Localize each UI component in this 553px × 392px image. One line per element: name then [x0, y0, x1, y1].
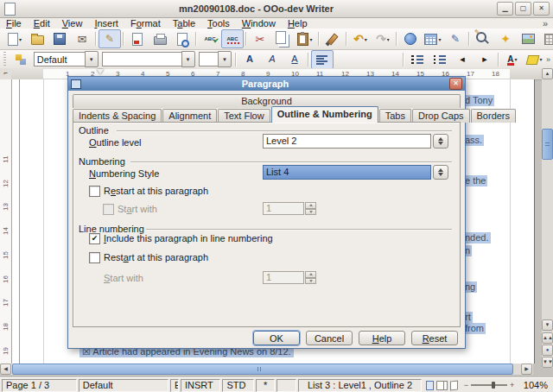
scroll-down-icon[interactable]: ▼ [542, 319, 553, 331]
chevron-down-icon[interactable]: ▾ [539, 56, 542, 62]
paste-button[interactable]: ▾ [294, 29, 316, 48]
book-view-icon[interactable] [450, 380, 458, 390]
print-button[interactable] [149, 29, 171, 48]
toolbar-grip[interactable] [2, 52, 8, 66]
font-color-button[interactable]: A▾ [501, 50, 524, 69]
page-preview-button[interactable] [171, 29, 194, 48]
cancel-button[interactable]: Cancel [306, 331, 353, 345]
menu-table[interactable]: Table [167, 18, 201, 28]
ok-button[interactable]: OK [253, 331, 300, 345]
indent-marker[interactable] [97, 69, 104, 74]
zoom-percent[interactable]: 104% [518, 380, 551, 391]
outline-level-combo[interactable]: Level 2 [263, 134, 448, 149]
hyperlink-button[interactable] [399, 29, 422, 48]
tab-borders[interactable]: Borders [471, 109, 517, 123]
menu-view[interactable]: View [56, 18, 89, 28]
copy-button[interactable] [271, 29, 294, 48]
paragraph-style-value[interactable]: Default [34, 52, 85, 66]
draw-functions-button[interactable]: ✎ [444, 29, 467, 48]
toolbar-overflow-icon[interactable]: » [546, 55, 550, 64]
paragraph-style-combo[interactable]: Default ▼ [34, 52, 99, 66]
outline-level-value[interactable]: Level 2 [263, 134, 431, 149]
dialog-close-icon[interactable]: ✕ [449, 78, 462, 90]
vertical-scroll-thumb[interactable] [542, 129, 553, 160]
page-style-field[interactable]: Default [79, 379, 168, 392]
updown-icon[interactable] [433, 165, 448, 180]
chevron-down-icon[interactable]: ▾ [365, 36, 367, 42]
vertical-scrollbar[interactable]: ▲ ▼ ▲▲ ● ▼▼ [542, 68, 553, 368]
autospellcheck-button[interactable]: ABC [221, 29, 244, 48]
scroll-up-icon[interactable]: ▲ [542, 68, 553, 79]
insert-mode-field[interactable]: INSRT [181, 379, 220, 392]
selected-text-fragment[interactable]: from [464, 323, 486, 334]
styles-window-button[interactable] [10, 50, 32, 69]
zoom-slider[interactable]: − + [462, 381, 517, 389]
chevron-down-icon[interactable]: ▾ [309, 36, 312, 42]
numbering-button[interactable] [406, 50, 429, 69]
align-center-button[interactable] [334, 50, 356, 69]
save-button[interactable] [48, 29, 71, 48]
chevron-down-icon[interactable]: ▾ [19, 36, 22, 42]
data-sources-button[interactable] [539, 29, 553, 48]
chevron-down-icon[interactable]: ▼ [85, 51, 99, 67]
menu-format[interactable]: Format [124, 18, 167, 28]
gallery-button[interactable] [517, 29, 539, 48]
next-page-icon[interactable]: ▼▼ [542, 357, 553, 368]
single-page-view-icon[interactable] [426, 381, 434, 390]
dialog-title-bar[interactable]: Paragraph ✕ [68, 77, 465, 91]
table-button[interactable]: ▾ [422, 29, 444, 48]
scroll-left-icon[interactable]: ◀ [0, 364, 11, 375]
zoom-slider-thumb[interactable] [492, 382, 495, 389]
align-justified-button[interactable] [378, 50, 401, 69]
reset-button[interactable]: Reset [411, 331, 458, 345]
help-button[interactable]: Help [359, 331, 405, 345]
selected-text-fragment[interactable]: d Tony [464, 95, 494, 106]
highlighting-button[interactable]: ▾ [524, 50, 546, 69]
undo-button[interactable]: ↶▾ [349, 29, 372, 48]
numbering-style-value[interactable]: List 4 [263, 165, 431, 180]
tab-indents-spacing[interactable]: Indents & Spacing [73, 109, 162, 123]
page-number-field[interactable]: Page 1 / 3 [2, 379, 77, 392]
tab-text-flow[interactable]: Text Flow [218, 109, 270, 123]
align-right-button[interactable] [356, 50, 378, 69]
language-field[interactable]: English (UK) [170, 379, 179, 392]
horizontal-scroll-thumb[interactable] [12, 364, 513, 375]
bold-button[interactable]: A [238, 50, 261, 69]
close-button[interactable]: ✕ [533, 2, 550, 16]
open-button[interactable] [26, 29, 48, 48]
restart-line-numbering-checkbox[interactable] [89, 252, 100, 263]
selected-text-fragment[interactable]: ng [464, 281, 477, 293]
cut-button[interactable]: ✂ [249, 29, 271, 48]
navigation-icon[interactable]: ● [542, 345, 553, 356]
restart-numbering-checkbox[interactable] [89, 186, 100, 197]
chevron-down-icon[interactable]: ▾ [438, 36, 441, 42]
underline-button[interactable]: A [283, 50, 306, 69]
chevron-down-icon[interactable]: ▾ [515, 56, 518, 62]
tab-outline-numbering[interactable]: Outline & Numbering [271, 106, 378, 123]
zoom-in-icon[interactable]: + [510, 381, 514, 389]
decrease-indent-button[interactable] [451, 50, 474, 69]
ruler-corner[interactable]: ⌐ [0, 68, 12, 80]
selected-text-fragment[interactable]: ass. [464, 135, 484, 146]
spelling-button[interactable]: ABC [199, 29, 221, 48]
menu-tools[interactable]: Tools [201, 18, 236, 28]
increase-indent-button[interactable] [474, 50, 496, 69]
tab-tabs[interactable]: Tabs [379, 109, 411, 123]
bullets-button[interactable] [429, 50, 451, 69]
italic-button[interactable]: A [261, 50, 283, 69]
edit-file-button[interactable]: ✎ [99, 29, 121, 48]
menu-file[interactable]: File [0, 18, 28, 28]
tab-alignment[interactable]: Alignment [162, 109, 217, 123]
scroll-right-icon[interactable]: ▶ [521, 364, 532, 375]
tab-drop-caps[interactable]: Drop Caps [412, 109, 470, 123]
horizontal-scrollbar[interactable]: ◀ ▶ [0, 364, 533, 375]
font-name-combo[interactable]: ▼ [102, 52, 195, 66]
new-document-button[interactable]: ▾ [3, 29, 26, 48]
export-pdf-button[interactable] [126, 29, 149, 48]
menu-insert[interactable]: Insert [88, 18, 124, 28]
find-replace-button[interactable] [472, 29, 494, 48]
maximize-button[interactable]: ▢ [515, 2, 531, 16]
chevron-down-icon[interactable]: ▼ [218, 51, 232, 67]
font-name-value[interactable] [102, 52, 181, 66]
menu-help[interactable]: Help [282, 18, 314, 28]
